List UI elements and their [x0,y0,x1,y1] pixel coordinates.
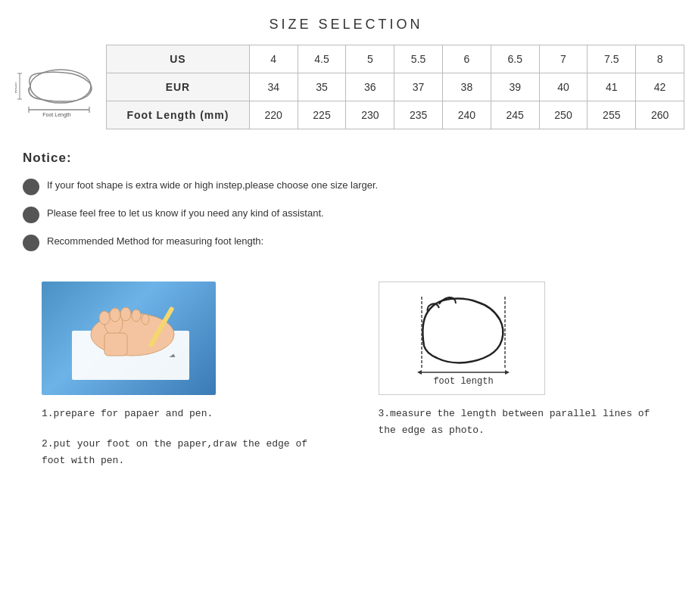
table-cell: 6.5 [491,45,539,73]
table-row-label: Foot Length (mm) [107,101,250,129]
step2-text: 2.put your foot on the paper,draw the ed… [42,436,333,469]
table-cell: 260 [636,101,684,129]
bullet-icon [23,179,39,195]
svg-point-18 [142,314,149,325]
foot-length-svg: foot length [382,285,541,391]
table-cell: 220 [249,101,298,129]
svg-marker-25 [417,370,422,375]
table-cell: 240 [443,101,491,129]
table-cell: 36 [346,73,394,101]
table-cell: 250 [539,101,588,129]
table-cell: 6 [443,45,491,73]
table-cell: 5 [346,45,394,73]
table-cell: 37 [394,73,443,101]
foot-photo-svg [53,289,204,387]
svg-rect-21 [104,333,127,356]
table-cell: 35 [298,73,346,101]
svg-point-14 [99,311,110,325]
svg-text:Width: Width [15,82,17,93]
foot-photo-image [42,282,216,395]
table-row-label: US [107,45,250,73]
table-cell: 41 [588,73,636,101]
instruction-col-right: foot length 3.measure the length between… [379,282,670,469]
table-cell: 235 [394,101,443,129]
instructions-section: 1.prepare for papaer and pen. 2.put your… [0,274,692,484]
svg-text:Foot Length: Foot Length [42,112,70,118]
table-cell: 4.5 [298,45,346,73]
notice-text: Recommended Method for measuring foot le… [47,234,263,249]
table-cell: 42 [636,73,684,101]
notice-item: Recommended Method for measuring foot le… [23,234,669,251]
notice-title: Notice: [23,151,669,166]
step1-text: 1.prepare for papaer and pen. [42,406,333,422]
table-cell: 40 [539,73,588,101]
table-cell: 230 [346,101,394,129]
table-row-label: EUR [107,73,250,101]
page-title: SIZE SELECTION [0,0,692,45]
table-cell: 7.5 [588,45,636,73]
foot-length-diagram: foot length [379,282,545,395]
table-cell: 225 [298,101,346,129]
step3-text: 3.measure the length between parallel li… [379,406,670,439]
table-cell: 38 [443,73,491,101]
shoe-diagram: Foot Length Width Shoe Last Length [8,45,106,128]
table-cell: 5.5 [394,45,443,73]
table-cell: 245 [491,101,539,129]
bullet-icon [23,207,39,223]
instruction-col-left: 1.prepare for papaer and pen. 2.put your… [42,282,333,469]
svg-point-17 [132,310,141,322]
size-table: US44.555.566.577.58EUR343536373839404142… [106,45,684,129]
table-cell: 7 [539,45,588,73]
table-cell: 4 [249,45,298,73]
svg-text:foot length: foot length [433,376,493,387]
table-cell: 39 [491,73,539,101]
size-table-section: Foot Length Width Shoe Last Length US44.… [0,45,692,129]
notice-text: If your foot shape is extra wide or high… [47,178,378,193]
svg-point-0 [30,70,91,103]
table-cell: 8 [636,45,684,73]
table-cell: 34 [249,73,298,101]
notice-text: Please feel free to let us know if you n… [47,206,324,221]
svg-point-15 [110,308,120,322]
shoe-diagram-svg: Foot Length Width Shoe Last Length [15,52,98,120]
bullet-icon [23,235,39,251]
table-cell: 255 [588,101,636,129]
svg-point-16 [120,307,131,321]
notice-item: If your foot shape is extra wide or high… [23,178,669,195]
notice-section: Notice: If your foot shape is extra wide… [0,129,692,274]
notice-item: Please feel free to let us know if you n… [23,206,669,223]
svg-marker-26 [505,370,510,375]
